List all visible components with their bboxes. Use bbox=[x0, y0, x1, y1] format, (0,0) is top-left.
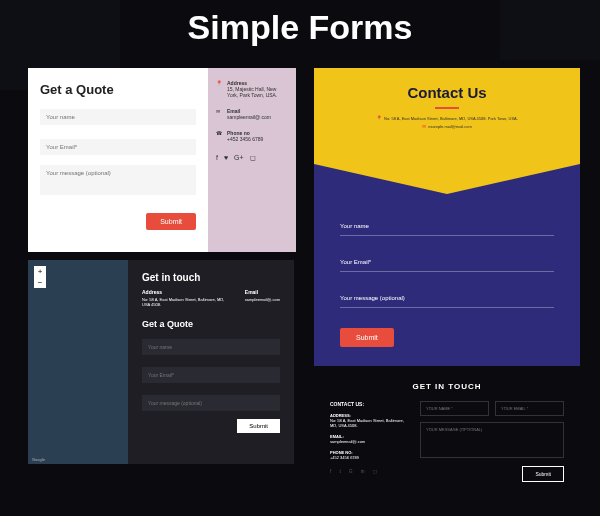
submit-button[interactable]: Submit bbox=[522, 466, 564, 482]
mail-icon: ✉ bbox=[422, 123, 426, 129]
submit-button[interactable]: Submit bbox=[146, 213, 196, 230]
address-label: Address bbox=[142, 289, 231, 295]
location-icon: 📍 bbox=[216, 80, 223, 87]
phone-icon: ☎ bbox=[216, 130, 223, 137]
address-text: 15, Majestic Hall, New York, Park Town, … bbox=[227, 86, 288, 98]
zoom-out-button[interactable]: − bbox=[34, 277, 46, 288]
location-icon: 📍 bbox=[376, 115, 382, 121]
email-input[interactable] bbox=[495, 401, 564, 416]
quote-card: Get a Quote Submit 📍Address15, Majestic … bbox=[28, 68, 296, 252]
email-text: example.mail@mail.com bbox=[428, 124, 472, 129]
submit-button[interactable]: Submit bbox=[237, 419, 280, 433]
message-input[interactable] bbox=[40, 165, 196, 195]
name-input[interactable] bbox=[340, 217, 554, 236]
email-label: Email bbox=[245, 289, 280, 295]
message-input[interactable] bbox=[340, 289, 554, 308]
contact-card: Contact Us 📍No: 58 A, East Madison Stree… bbox=[314, 68, 580, 366]
touch-card: + − Google Get in touch AddressNo: 58 A,… bbox=[28, 260, 294, 464]
linkedin-icon[interactable]: in bbox=[361, 468, 365, 474]
address-text: No: 58 A, East Madison Street, Baltimore… bbox=[330, 418, 404, 428]
email-text: sampleemail@.com bbox=[330, 439, 365, 444]
gplus-icon[interactable]: G bbox=[349, 468, 353, 474]
email-input[interactable] bbox=[340, 253, 554, 272]
contact-title: Contact Us bbox=[314, 84, 580, 101]
name-input[interactable] bbox=[142, 339, 280, 355]
message-input[interactable] bbox=[420, 422, 564, 458]
facebook-icon[interactable]: f bbox=[216, 154, 218, 162]
instagram-icon[interactable]: ◻ bbox=[373, 468, 377, 474]
page-title: Simple Forms bbox=[0, 8, 600, 47]
submit-button[interactable]: Submit bbox=[340, 328, 394, 347]
phone-text: +452 3456 6789 bbox=[330, 455, 359, 460]
twitter-icon[interactable]: t bbox=[339, 468, 340, 474]
email-input[interactable] bbox=[40, 139, 196, 155]
email-input[interactable] bbox=[142, 367, 280, 383]
zoom-in-button[interactable]: + bbox=[34, 266, 46, 277]
quote-subtitle: Get a Quote bbox=[142, 319, 280, 329]
name-input[interactable] bbox=[420, 401, 489, 416]
mail-icon: ✉ bbox=[216, 108, 223, 115]
twitter-icon[interactable]: ♥ bbox=[224, 154, 228, 162]
gplus-icon[interactable]: G+ bbox=[234, 154, 244, 162]
name-input[interactable] bbox=[40, 109, 196, 125]
facebook-icon[interactable]: f bbox=[330, 468, 331, 474]
email-text: sampleemail@.com bbox=[245, 297, 280, 302]
quote-title: Get a Quote bbox=[40, 82, 196, 97]
instagram-icon[interactable]: ◻ bbox=[250, 154, 256, 162]
address-text: No: 58 A, East Madison Street, Baltimore… bbox=[384, 116, 518, 121]
phone-text: +452 3456 6789 bbox=[227, 136, 263, 142]
touch-title: Get in touch bbox=[142, 272, 280, 283]
map-attribution: Google bbox=[32, 457, 45, 462]
email-text: sampleemail@.com bbox=[227, 114, 271, 120]
getintouch-card: GET IN TOUCH CONTACT US: ADDRESS: No: 58… bbox=[314, 372, 580, 512]
address-text: No: 58 A, East Madison Street, Baltimore… bbox=[142, 297, 224, 307]
message-input[interactable] bbox=[142, 395, 280, 411]
contact-label: CONTACT US: bbox=[330, 401, 406, 407]
map[interactable]: + − Google bbox=[28, 260, 128, 464]
getintouch-title: GET IN TOUCH bbox=[330, 382, 564, 391]
